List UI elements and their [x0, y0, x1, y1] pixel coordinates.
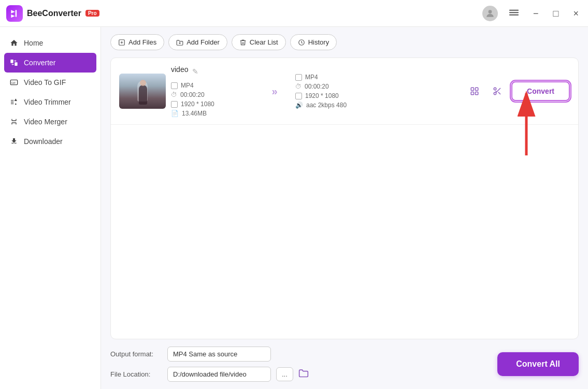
- output-format-field-row: Output format: MP4 Same as source: [110, 347, 309, 362]
- output-file-info: MP4 ⏱ 00:00:20 1920 * 1080 🔊 aac 2kb: [295, 74, 399, 109]
- sidebar-label-home: Home: [24, 39, 43, 47]
- svg-rect-0: [16, 10, 17, 17]
- file-name: video: [171, 65, 188, 74]
- file-location-value: D:/downloaded file/video: [167, 367, 271, 382]
- output-resolution: 1920 * 1080: [305, 92, 339, 99]
- convert-all-button[interactable]: Convert All: [497, 352, 579, 376]
- output-audio: aac 2kbps 480: [306, 102, 347, 109]
- sidebar-item-downloader[interactable]: Downloader: [0, 132, 101, 151]
- close-button[interactable]: ×: [570, 7, 582, 20]
- svg-rect-14: [476, 92, 478, 95]
- output-duration-row: ⏱ 00:00:20: [295, 83, 399, 90]
- sidebar-label-video-merger: Video Merger: [24, 118, 67, 126]
- source-size-row: 📄 13.46MB: [171, 110, 254, 117]
- output-clock-icon: ⏱: [295, 83, 302, 90]
- output-format: MP4: [305, 74, 318, 81]
- svg-rect-4: [509, 15, 519, 16]
- svg-rect-3: [509, 12, 519, 13]
- app-name: BeeConverter: [27, 9, 81, 18]
- svg-line-18: [498, 92, 500, 94]
- cut-action-button[interactable]: [489, 82, 506, 100]
- menu-button[interactable]: [506, 6, 522, 21]
- source-format: MP4: [181, 82, 194, 89]
- clear-list-button[interactable]: Clear List: [232, 34, 286, 50]
- file-location-dots-button[interactable]: ...: [276, 367, 293, 381]
- file-location-field-row: File Location: D:/downloaded file/video …: [110, 367, 309, 382]
- svg-rect-12: [476, 88, 478, 90]
- sidebar-item-video-trimmer[interactable]: Video Trimmer: [0, 92, 101, 112]
- app-logo: [6, 5, 23, 22]
- converter-icon: [9, 58, 19, 67]
- add-files-button[interactable]: Add Files: [110, 34, 164, 50]
- toolbar: Add Files Add Folder Clear List History: [101, 27, 588, 57]
- merge-icon: [9, 117, 19, 126]
- history-button[interactable]: History: [290, 34, 337, 50]
- add-folder-button[interactable]: Add Folder: [168, 34, 227, 50]
- source-duration-row: ⏱ 00:00:20: [171, 91, 254, 98]
- source-size: 13.46MB: [182, 110, 207, 117]
- sidebar-label-converter: Converter: [24, 59, 55, 67]
- source-duration: 00:00:20: [180, 91, 205, 98]
- file-list-area: video ✎ MP4 ⏱ 00:00:20: [110, 57, 579, 339]
- clock-icon: ⏱: [171, 91, 177, 98]
- titlebar: BeeConverter Pro − □ ×: [0, 0, 588, 27]
- output-format-select[interactable]: MP4 Same as source: [167, 347, 271, 362]
- source-resolution: 1920 * 1080: [181, 100, 214, 108]
- bottom-bar: Output format: MP4 Same as source File L…: [101, 339, 588, 389]
- maximize-button[interactable]: □: [550, 7, 562, 20]
- output-format-row: MP4: [295, 74, 399, 81]
- svg-rect-11: [471, 88, 474, 90]
- sidebar: Home Converter GIF Video To GIF Video Tr…: [0, 27, 101, 389]
- output-duration: 00:00:20: [305, 83, 329, 90]
- settings-action-button[interactable]: [466, 82, 483, 100]
- source-file-info: video ✎ MP4 ⏱ 00:00:20: [171, 65, 254, 117]
- thumbnail-image: [119, 74, 166, 109]
- svg-point-15: [494, 88, 496, 90]
- sidebar-item-home[interactable]: Home: [0, 33, 101, 53]
- file-thumbnail: [119, 74, 166, 109]
- gif-icon: GIF: [9, 78, 19, 87]
- svg-rect-13: [471, 92, 474, 95]
- format-checkbox: [171, 82, 178, 89]
- source-format-row: MP4: [171, 82, 254, 89]
- output-resolution-checkbox: [295, 93, 302, 99]
- pro-badge: Pro: [85, 10, 99, 17]
- output-resolution-row: 1920 * 1080: [295, 92, 399, 99]
- output-format-checkbox: [295, 74, 302, 81]
- content-area: Add Files Add Folder Clear List History: [101, 27, 588, 389]
- svg-text:GIF: GIF: [11, 81, 17, 84]
- edit-filename-button[interactable]: ✎: [192, 67, 198, 76]
- bottom-fields: Output format: MP4 Same as source File L…: [110, 347, 309, 382]
- output-audio-row: 🔊 aac 2kbps 480: [295, 102, 399, 109]
- source-meta: MP4 ⏱ 00:00:20 1920 * 1080 📄 13.46MB: [171, 82, 254, 117]
- minimize-button[interactable]: −: [530, 7, 542, 20]
- output-meta: MP4 ⏱ 00:00:20 1920 * 1080 🔊 aac 2kb: [295, 74, 399, 109]
- resolution-checkbox: [171, 101, 178, 108]
- audio-icon: 🔊: [295, 102, 303, 109]
- file-location-label: File Location:: [110, 370, 162, 378]
- svg-point-1: [489, 10, 492, 13]
- svg-rect-5: [10, 60, 13, 63]
- open-folder-button[interactable]: [298, 368, 309, 381]
- svg-rect-6: [15, 62, 17, 66]
- convert-button[interactable]: Convert: [511, 81, 570, 101]
- sidebar-item-video-merger[interactable]: Video Merger: [0, 112, 101, 132]
- sidebar-item-converter[interactable]: Converter: [4, 53, 96, 73]
- trim-icon: [9, 97, 19, 107]
- svg-line-19: [496, 91, 497, 92]
- sidebar-item-video-to-gif[interactable]: GIF Video To GIF: [0, 73, 101, 92]
- sidebar-label-downloader: Downloader: [24, 137, 63, 146]
- sidebar-label-video-to-gif: Video To GIF: [24, 78, 66, 87]
- output-format-label: Output format:: [110, 350, 162, 358]
- window-controls: − □ ×: [482, 6, 582, 21]
- svg-rect-2: [509, 10, 519, 11]
- svg-point-16: [494, 92, 496, 95]
- double-arrow-icon: »: [271, 85, 277, 97]
- conversion-arrow: »: [259, 85, 290, 97]
- main-layout: Home Converter GIF Video To GIF Video Tr…: [0, 27, 588, 389]
- file-icon: 📄: [171, 110, 179, 117]
- sidebar-label-video-trimmer: Video Trimmer: [24, 98, 71, 106]
- user-avatar[interactable]: [482, 6, 498, 21]
- home-icon: [9, 38, 19, 48]
- convert-actions: Convert: [466, 81, 570, 101]
